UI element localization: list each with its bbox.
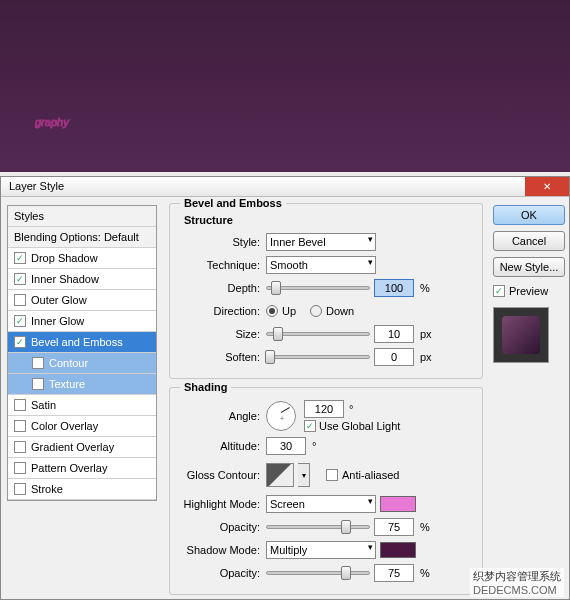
size-slider[interactable] xyxy=(266,332,370,336)
shadow-opacity-input[interactable] xyxy=(374,564,414,582)
effect-checkbox[interactable] xyxy=(14,336,26,348)
sidebar-item-texture[interactable]: Texture xyxy=(8,374,156,395)
sidebar-item-pattern-overlay[interactable]: Pattern Overlay xyxy=(8,458,156,479)
style-label: Style: xyxy=(178,236,266,248)
dialog-titlebar[interactable]: Layer Style ✕ xyxy=(1,177,569,197)
direction-down-radio[interactable] xyxy=(310,305,322,317)
depth-unit: % xyxy=(420,282,430,294)
sidebar-item-label: Inner Glow xyxy=(31,315,84,327)
highlight-mode-label: Highlight Mode: xyxy=(178,498,266,510)
sidebar-item-blending-options-default[interactable]: Blending Options: Default xyxy=(8,227,156,248)
sidebar-item-label: Gradient Overlay xyxy=(31,441,114,453)
highlight-color-swatch[interactable] xyxy=(380,496,416,512)
sidebar-item-gradient-overlay[interactable]: Gradient Overlay xyxy=(8,437,156,458)
effect-checkbox[interactable] xyxy=(14,252,26,264)
angle-label: Angle: xyxy=(178,410,266,422)
angle-dial[interactable]: + xyxy=(266,401,296,431)
sidebar-item-inner-glow[interactable]: Inner Glow xyxy=(8,311,156,332)
sidebar-item-label: Contour xyxy=(49,357,88,369)
antialias-label: Anti-aliased xyxy=(342,469,399,481)
global-light-checkbox[interactable] xyxy=(304,420,316,432)
sidebar-item-label: Color Overlay xyxy=(31,420,98,432)
depth-input[interactable] xyxy=(374,279,414,297)
sidebar-item-styles[interactable]: Styles xyxy=(8,206,156,227)
depth-label: Depth: xyxy=(178,282,266,294)
effect-checkbox[interactable] xyxy=(32,378,44,390)
size-label: Size: xyxy=(178,328,266,340)
gloss-contour-dropdown[interactable]: ▾ xyxy=(298,463,310,487)
shadow-opacity-label: Opacity: xyxy=(178,567,266,579)
ok-button[interactable]: OK xyxy=(493,205,565,225)
effect-checkbox[interactable] xyxy=(14,273,26,285)
sidebar-item-label: Outer Glow xyxy=(31,294,87,306)
effect-checkbox[interactable] xyxy=(14,483,26,495)
direction-up-radio[interactable] xyxy=(266,305,278,317)
sidebar-item-inner-shadow[interactable]: Inner Shadow xyxy=(8,269,156,290)
style-preview-swatch xyxy=(493,307,549,363)
style-select[interactable]: Inner Bevel xyxy=(266,233,376,251)
effect-checkbox[interactable] xyxy=(14,294,26,306)
sidebar-item-label: Inner Shadow xyxy=(31,273,99,285)
effect-checkbox[interactable] xyxy=(14,420,26,432)
dialog-buttons: OK Cancel New Style... Preview xyxy=(493,197,569,599)
dialog-title-text: Layer Style xyxy=(9,180,64,192)
shading-heading: Shading xyxy=(180,381,231,393)
effect-checkbox[interactable] xyxy=(14,462,26,474)
shadow-mode-select[interactable]: Multiply xyxy=(266,541,376,559)
sidebar-item-label: Blending Options: Default xyxy=(14,231,139,243)
layer-style-dialog: Layer Style ✕ StylesBlending Options: De… xyxy=(0,176,570,600)
svg-text:graphy: graphy xyxy=(35,116,70,128)
highlight-mode-select[interactable]: Screen xyxy=(266,495,376,513)
direction-down-label: Down xyxy=(326,305,354,317)
direction-up-label: Up xyxy=(282,305,296,317)
sidebar-item-outer-glow[interactable]: Outer Glow xyxy=(8,290,156,311)
new-style-button[interactable]: New Style... xyxy=(493,257,565,277)
structure-heading: Structure xyxy=(184,214,474,226)
highlight-opacity-input[interactable] xyxy=(374,518,414,536)
effect-checkbox[interactable] xyxy=(32,357,44,369)
sidebar-item-label: Texture xyxy=(49,378,85,390)
graphy-text-art: graphy xyxy=(15,6,555,166)
close-button[interactable]: ✕ xyxy=(525,177,569,196)
shadow-opacity-unit: % xyxy=(420,567,430,579)
soften-slider[interactable] xyxy=(266,355,370,359)
antialias-checkbox[interactable] xyxy=(326,469,338,481)
sidebar-item-drop-shadow[interactable]: Drop Shadow xyxy=(8,248,156,269)
effect-checkbox[interactable] xyxy=(14,315,26,327)
soften-input[interactable] xyxy=(374,348,414,366)
size-input[interactable] xyxy=(374,325,414,343)
soften-label: Soften: xyxy=(178,351,266,363)
effects-sidebar: StylesBlending Options: DefaultDrop Shad… xyxy=(1,197,163,599)
shadow-color-swatch[interactable] xyxy=(380,542,416,558)
angle-input[interactable] xyxy=(304,400,344,418)
sidebar-item-satin[interactable]: Satin xyxy=(8,395,156,416)
technique-select[interactable]: Smooth xyxy=(266,256,376,274)
size-unit: px xyxy=(420,328,432,340)
technique-label: Technique: xyxy=(178,259,266,271)
angle-unit: ° xyxy=(349,403,353,415)
shadow-mode-label: Shadow Mode: xyxy=(178,544,266,556)
sidebar-item-color-overlay[interactable]: Color Overlay xyxy=(8,416,156,437)
watermark: 织梦内容管理系统 DEDECMS.COM xyxy=(470,568,564,597)
sidebar-item-bevel-and-emboss[interactable]: Bevel and Emboss xyxy=(8,332,156,353)
altitude-input[interactable] xyxy=(266,437,306,455)
gloss-contour-label: Gloss Contour: xyxy=(178,469,266,481)
altitude-label: Altitude: xyxy=(178,440,266,452)
effect-checkbox[interactable] xyxy=(14,441,26,453)
bevel-emboss-panel: Bevel and Emboss Structure Style: Inner … xyxy=(163,197,493,599)
highlight-opacity-slider[interactable] xyxy=(266,525,370,529)
preview-checkbox[interactable] xyxy=(493,285,505,297)
cancel-button[interactable]: Cancel xyxy=(493,231,565,251)
sidebar-item-label: Pattern Overlay xyxy=(31,462,107,474)
shadow-opacity-slider[interactable] xyxy=(266,571,370,575)
panel-title: Bevel and Emboss xyxy=(180,197,286,209)
gloss-contour-swatch[interactable] xyxy=(266,463,294,487)
sidebar-item-stroke[interactable]: Stroke xyxy=(8,479,156,500)
effect-checkbox[interactable] xyxy=(14,399,26,411)
depth-slider[interactable] xyxy=(266,286,370,290)
soften-unit: px xyxy=(420,351,432,363)
sidebar-item-label: Stroke xyxy=(31,483,63,495)
sidebar-item-contour[interactable]: Contour xyxy=(8,353,156,374)
highlight-opacity-unit: % xyxy=(420,521,430,533)
global-light-label: Use Global Light xyxy=(319,420,400,432)
